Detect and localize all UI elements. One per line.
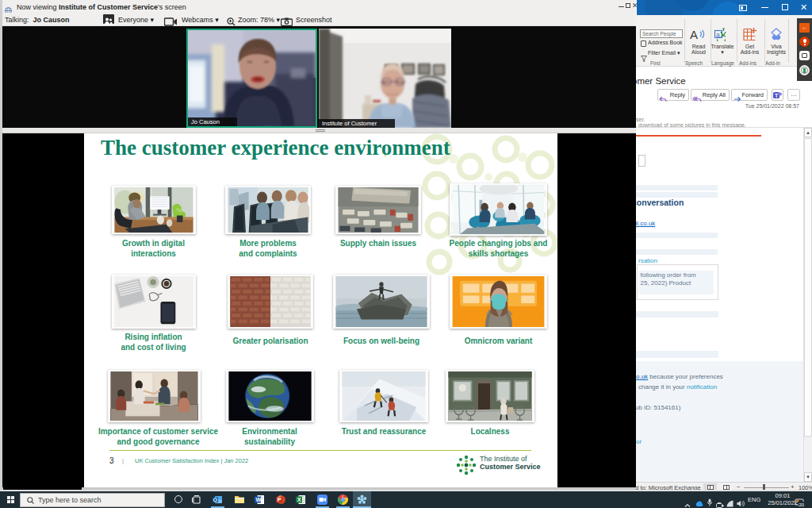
svg-text:A: A [690,28,698,41]
svg-text:20: 20 [799,502,805,507]
svg-text:X: X [297,496,301,503]
svg-text:a: a [716,31,720,39]
svg-text:T: T [775,93,779,98]
svg-text:W: W [255,496,262,503]
svg-text:P: P [278,497,282,502]
